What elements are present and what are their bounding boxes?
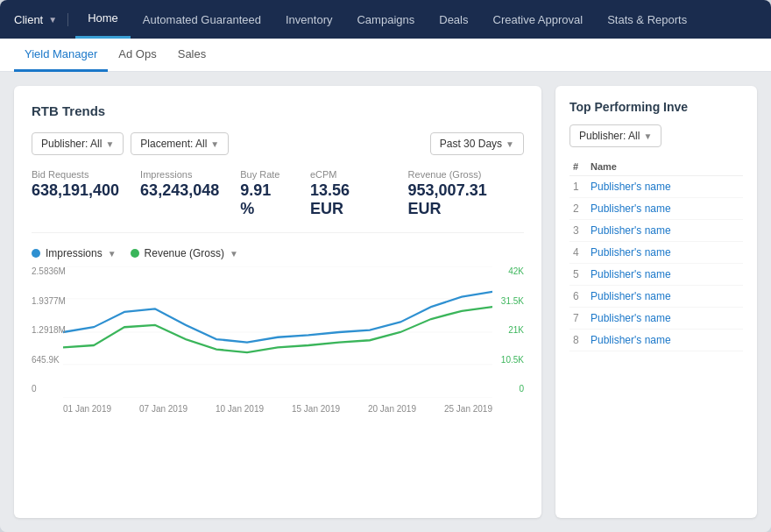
nav-item-campaigns[interactable]: Campaigns (344, 0, 427, 39)
y-label-left-0: 2.5836M (32, 266, 66, 276)
publisher-rank-1: 1 (569, 176, 587, 198)
y-label-right-0: 42K (501, 266, 524, 276)
publisher-rank-5: 5 (569, 264, 587, 286)
legend-impressions-arrow-icon: ▼ (108, 249, 117, 259)
chart-x-labels: 01 Jan 2019 07 Jan 2019 10 Jan 2019 15 J… (32, 404, 524, 414)
stat-bid-requests-value: 638,191,400 (32, 181, 119, 200)
x-label-5: 25 Jan 2019 (444, 404, 492, 414)
chart-svg (32, 266, 524, 398)
placement-filter-arrow-icon: ▼ (210, 139, 219, 149)
y-label-left-4: 0 (32, 384, 66, 394)
table-row: 6 Publisher's name (569, 286, 743, 308)
date-filter-label: Past 30 Days (440, 138, 502, 150)
legend-impressions[interactable]: Impressions ▼ (32, 247, 117, 259)
stat-ecpm-label: eCPM (310, 169, 387, 180)
publisher-name-5[interactable]: Publisher's name (587, 264, 743, 286)
x-label-1: 07 Jan 2019 (139, 404, 187, 414)
stat-revenue-value: 953,007.31 EUR (408, 181, 524, 218)
publisher-filter-arrow-icon: ▼ (105, 139, 114, 149)
legend-revenue[interactable]: Revenue (Gross) ▼ (131, 247, 238, 259)
client-dropdown[interactable]: Client ▼ (14, 13, 68, 26)
x-label-0: 01 Jan 2019 (63, 404, 111, 414)
y-label-right-2: 21K (501, 325, 524, 335)
table-row: 7 Publisher's name (569, 308, 743, 330)
top-performing-publisher-filter[interactable]: Publisher: All ▼ (569, 124, 661, 147)
table-row: 4 Publisher's name (569, 242, 743, 264)
sub-nav-sales[interactable]: Sales (167, 39, 217, 72)
y-label-right-1: 31.5K (501, 296, 524, 306)
nav-item-deals[interactable]: Deals (427, 0, 480, 39)
publisher-rank-7: 7 (569, 308, 587, 330)
publisher-filter-button[interactable]: Publisher: All ▼ (32, 132, 124, 155)
stat-bid-requests: Bid Requests 638,191,400 (32, 169, 119, 218)
table-row: 8 Publisher's name (569, 330, 743, 351)
col-rank-header: # (569, 158, 587, 176)
x-label-4: 20 Jan 2019 (368, 404, 416, 414)
top-performing-filter-arrow-icon: ▼ (643, 131, 652, 141)
col-name-header: Name (587, 158, 743, 176)
stat-buy-rate-value: 9.91 % (240, 181, 289, 218)
sub-nav-yield-manager[interactable]: Yield Manager (14, 39, 108, 72)
y-label-left-1: 1.9377M (32, 296, 66, 306)
publisher-rank-3: 3 (569, 220, 587, 242)
rtb-trends-card: RTB Trends Publisher: All ▼ Placement: A… (14, 86, 541, 518)
rtb-trends-title: RTB Trends (32, 103, 524, 118)
placement-filter-label: Placement: All (140, 138, 207, 150)
table-row: 3 Publisher's name (569, 220, 743, 242)
x-label-3: 15 Jan 2019 (292, 404, 340, 414)
top-performing-title: Top Performing Inve (569, 100, 743, 114)
chart-container: 2.5836M 1.9377M 1.2918M 645.9K 0 (32, 266, 524, 411)
stat-ecpm: eCPM 13.56 EUR (310, 169, 387, 218)
y-label-left-3: 645.9K (32, 355, 66, 365)
publisher-name-6[interactable]: Publisher's name (587, 286, 743, 308)
stat-buy-rate-label: Buy Rate (240, 169, 289, 180)
legend-revenue-arrow-icon: ▼ (230, 249, 238, 259)
publisher-name-1[interactable]: Publisher's name (587, 176, 743, 198)
nav-item-creative-approval[interactable]: Creative Approval (481, 0, 596, 39)
client-label: Client (14, 13, 43, 26)
publisher-table: # Name 1 Publisher's name 2 Publisher's … (569, 158, 743, 351)
stat-bid-requests-label: Bid Requests (32, 169, 119, 180)
date-filter-button[interactable]: Past 30 Days ▼ (430, 132, 524, 155)
publisher-name-4[interactable]: Publisher's name (587, 242, 743, 264)
stat-ecpm-value: 13.56 EUR (310, 181, 387, 218)
nav-item-automated-guaranteed[interactable]: Automated Guaranteed (131, 0, 273, 39)
x-label-2: 10 Jan 2019 (216, 404, 264, 414)
dropdown-arrow-icon: ▼ (48, 15, 57, 25)
nav-item-home[interactable]: Home (75, 0, 131, 39)
top-nav: Client ▼ Home Automated Guaranteed Inven… (0, 0, 771, 39)
nav-item-stats-reports[interactable]: Stats & Reports (595, 0, 699, 39)
table-header-row: # Name (569, 158, 743, 176)
publisher-rank-8: 8 (569, 330, 587, 351)
y-label-right-3: 10.5K (501, 355, 524, 365)
impressions-dot-icon (32, 249, 40, 258)
stats-row: Bid Requests 638,191,400 Impressions 63,… (32, 169, 524, 233)
right-panel: Top Performing Inve Publisher: All ▼ # N… (555, 86, 757, 518)
table-row: 2 Publisher's name (569, 198, 743, 220)
chart-y-labels-right: 42K 31.5K 21K 10.5K 0 (498, 266, 524, 394)
filter-row: Publisher: All ▼ Placement: All ▼ Past 3… (32, 132, 524, 155)
chart-y-labels-left: 2.5836M 1.9377M 1.2918M 645.9K 0 (32, 266, 69, 394)
publisher-name-8[interactable]: Publisher's name (587, 330, 743, 351)
publisher-name-7[interactable]: Publisher's name (587, 308, 743, 330)
stat-impressions: Impressions 63,243,048 (140, 169, 219, 218)
main-content: RTB Trends Publisher: All ▼ Placement: A… (0, 72, 771, 532)
revenue-dot-icon (131, 249, 139, 258)
sub-nav: Yield Manager Ad Ops Sales (0, 39, 771, 72)
stat-revenue-label: Revenue (Gross) (408, 169, 524, 180)
legend-revenue-label: Revenue (Gross) (145, 247, 224, 259)
table-row: 5 Publisher's name (569, 264, 743, 286)
publisher-name-3[interactable]: Publisher's name (587, 220, 743, 242)
stat-impressions-label: Impressions (140, 169, 219, 180)
publisher-rank-6: 6 (569, 286, 587, 308)
publisher-rank-4: 4 (569, 242, 587, 264)
chart-legend: Impressions ▼ Revenue (Gross) ▼ (32, 247, 524, 259)
placement-filter-button[interactable]: Placement: All ▼ (131, 132, 229, 155)
publisher-filter-label: Publisher: All (41, 138, 102, 150)
nav-item-inventory[interactable]: Inventory (273, 0, 344, 39)
nav-items: Home Automated Guaranteed Inventory Camp… (75, 0, 757, 39)
sub-nav-ad-ops[interactable]: Ad Ops (108, 39, 166, 72)
publisher-name-2[interactable]: Publisher's name (587, 198, 743, 220)
legend-impressions-label: Impressions (46, 247, 103, 259)
y-label-right-4: 0 (501, 384, 524, 394)
